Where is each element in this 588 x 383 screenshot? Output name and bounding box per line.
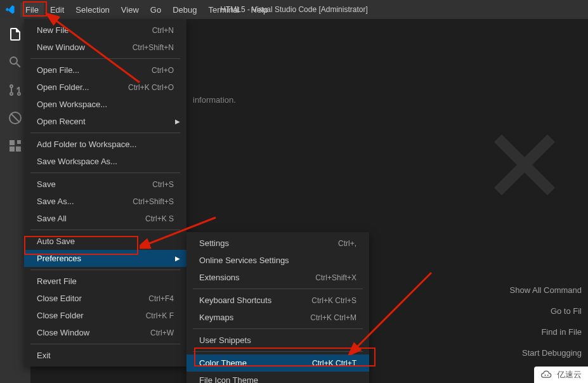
svg-point-5 (547, 375, 549, 376)
menu-close-editor[interactable]: Close EditorCtrl+F4 (24, 290, 186, 307)
explorer-icon[interactable] (8, 27, 23, 42)
menu-separator (30, 269, 180, 270)
menu-open-folder[interactable]: Open Folder...Ctrl+K Ctrl+O (24, 79, 186, 96)
pref-user-snippets[interactable]: User Snippets (186, 332, 369, 349)
file-menu-dropdown: New FileCtrl+N New WindowCtrl+Shift+N Op… (24, 19, 186, 367)
menu-auto-save[interactable]: Auto Save (24, 233, 186, 250)
chevron-right-icon: ▶ (175, 255, 180, 262)
pref-color-theme[interactable]: Color ThemeCtrl+K Ctrl+T (186, 354, 369, 372)
menu-preferences[interactable]: Preferences▶ (24, 250, 186, 267)
menu-add-folder[interactable]: Add Folder to Workspace... (24, 136, 186, 153)
info-text: information. (193, 95, 236, 105)
welcome-commands: Show All Command Go to Fil Find in File … (510, 285, 582, 358)
menu-revert-file[interactable]: Revert File (24, 273, 186, 290)
menu-separator (30, 172, 180, 173)
menu-new-window[interactable]: New WindowCtrl+Shift+N (24, 39, 186, 56)
menu-separator (30, 58, 180, 59)
menu-open-file[interactable]: Open File...Ctrl+O (24, 62, 186, 79)
menu-file[interactable]: File (20, 3, 44, 17)
menu-close-window[interactable]: Close WindowCtrl+W (24, 324, 186, 341)
watermark-text: 亿速云 (557, 369, 582, 380)
menu-save-all[interactable]: Save AllCtrl+K S (24, 210, 186, 227)
window-title: HTML5 - Visual Studio Code [Administrato… (220, 5, 368, 14)
menu-view[interactable]: View (116, 3, 144, 17)
cmd-show-all: Show All Command (510, 285, 582, 295)
menu-separator (193, 351, 363, 352)
cmd-start-debugging: Start Debugging (510, 348, 582, 358)
watermark-x-icon (487, 127, 563, 203)
pref-online-services[interactable]: Online Services Settings (186, 252, 369, 269)
menu-close-folder[interactable]: Close FolderCtrl+K F (24, 307, 186, 324)
preferences-submenu: SettingsCtrl+, Online Services Settings … (186, 232, 369, 383)
menu-separator (193, 328, 363, 329)
menu-debug[interactable]: Debug (167, 3, 202, 17)
menu-save-as[interactable]: Save As...Ctrl+Shift+S (24, 193, 186, 210)
menu-separator (193, 289, 363, 289)
pref-extensions[interactable]: ExtensionsCtrl+Shift+X (186, 269, 369, 286)
cloud-icon (540, 370, 553, 379)
svg-point-4 (545, 375, 546, 376)
cmd-find-in-file: Find in File (510, 327, 582, 337)
cmd-go-to-file: Go to Fil (510, 306, 582, 316)
watermark: 亿速云 (534, 367, 588, 383)
pref-keymaps[interactable]: KeymapsCtrl+K Ctrl+M (186, 309, 369, 326)
menu-save[interactable]: SaveCtrl+S (24, 176, 186, 193)
titlebar: File Edit Selection View Go Debug Termin… (0, 0, 588, 19)
menu-exit[interactable]: Exit (24, 347, 186, 364)
menu-new-file[interactable]: New FileCtrl+N (24, 22, 186, 39)
menu-open-recent[interactable]: Open Recent▶ (24, 113, 186, 130)
menu-edit[interactable]: Edit (45, 3, 69, 17)
vscode-logo-icon (5, 4, 15, 15)
pref-keyboard-shortcuts[interactable]: Keyboard ShortcutsCtrl+K Ctrl+S (186, 292, 369, 309)
debug-icon[interactable] (8, 110, 23, 126)
menu-save-workspace-as[interactable]: Save Workspace As... (24, 153, 186, 170)
menu-separator (30, 133, 180, 133)
menu-go[interactable]: Go (145, 3, 166, 17)
menu-open-workspace[interactable]: Open Workspace... (24, 96, 186, 113)
pref-settings[interactable]: SettingsCtrl+, (186, 235, 369, 252)
menu-separator (30, 230, 180, 230)
extensions-icon[interactable] (8, 138, 23, 153)
search-icon[interactable] (8, 55, 23, 70)
chevron-right-icon: ▶ (175, 118, 180, 125)
source-control-icon[interactable] (8, 82, 23, 98)
menu-selection[interactable]: Selection (70, 3, 114, 17)
menu-separator (30, 344, 180, 344)
pref-file-icon-theme[interactable]: File Icon Theme (186, 372, 369, 383)
